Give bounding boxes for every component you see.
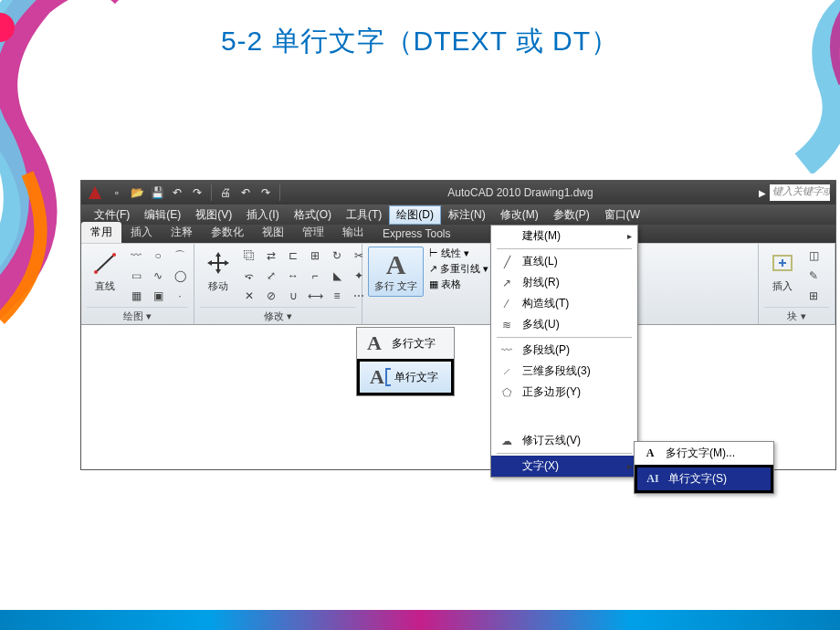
menu-3dpoly[interactable]: ⟋三维多段线(3)	[491, 361, 637, 382]
ribbon-tab-parametric[interactable]: 参数化	[202, 222, 253, 243]
svg-line-1	[96, 255, 114, 272]
mleader-icon: ↗	[429, 263, 437, 275]
flyout-mtext[interactable]: A 多行文字	[357, 328, 454, 359]
table-button[interactable]: ▦表格	[429, 278, 488, 291]
array-icon[interactable]: ⊞	[305, 247, 325, 265]
menu-mline[interactable]: ≋多线(U)	[491, 314, 637, 335]
ellipse-icon[interactable]: ◯	[170, 267, 190, 285]
offset-icon[interactable]: ⊏	[283, 247, 303, 265]
menu-dimension[interactable]: 标注(N)	[441, 205, 493, 225]
ribbon: 直线 〰 ○ ⌒ ▭ ∿ ◯ ▦ ▣ · 绘图 ▾	[81, 243, 835, 325]
ribbon-tab-view[interactable]: 视图	[253, 222, 293, 243]
menu-modeling[interactable]: 建模(M)	[491, 226, 637, 247]
text-flyout: A 多行文字 A 单行文字	[356, 327, 455, 396]
erase-icon[interactable]: ✕	[239, 287, 259, 305]
pline-icon[interactable]: 〰	[126, 247, 146, 265]
polygon-icon: ⬠	[499, 385, 515, 400]
ribbon-tab-manage[interactable]: 管理	[293, 222, 333, 243]
fillet-icon[interactable]: ⌐	[305, 267, 325, 285]
move-icon	[204, 248, 233, 278]
redo2-icon[interactable]: ↷	[257, 184, 274, 201]
block-attr-icon[interactable]: ⊞	[803, 287, 824, 305]
arc-icon[interactable]: ⌒	[170, 247, 190, 265]
line-icon	[90, 248, 120, 278]
line-icon: ╱	[499, 255, 515, 269]
open-icon[interactable]: 📂	[129, 184, 145, 201]
menu-line[interactable]: ╱直线(L)	[491, 251, 637, 272]
spline-icon[interactable]: ∿	[148, 267, 168, 285]
mline-icon: ≋	[499, 318, 515, 332]
lengthen-icon[interactable]: ⟷	[305, 287, 325, 305]
submenu-dtext[interactable]: AI 单行文字(S)	[635, 465, 773, 493]
mtext-icon: A	[642, 446, 658, 461]
dtext-icon: A	[365, 365, 389, 389]
rect-icon[interactable]: ▭	[126, 267, 146, 285]
menu-draw[interactable]: 绘图(D)	[389, 205, 441, 225]
panel-draw: 直线 〰 ○ ⌒ ▭ ∿ ◯ ▦ ▣ · 绘图 ▾	[81, 244, 194, 324]
ribbon-tab-output[interactable]: 输出	[333, 222, 373, 243]
flyout-dtext[interactable]: A 单行文字	[357, 359, 454, 395]
rotate-icon[interactable]: ↻	[327, 247, 347, 265]
mleader-button[interactable]: ↗多重引线 ▾	[429, 262, 488, 276]
insert-block-button[interactable]: 插入	[764, 247, 801, 295]
pline-icon: 〰	[499, 343, 515, 358]
save-icon[interactable]: 💾	[149, 184, 165, 201]
stretch-icon[interactable]: ↔	[283, 267, 303, 285]
ribbon-tab-annotate[interactable]: 注释	[162, 222, 202, 243]
menu-ray[interactable]: ↗射线(R)	[491, 272, 637, 293]
qnew-icon[interactable]: ▫	[109, 184, 125, 201]
undo2-icon[interactable]: ↶	[237, 184, 254, 201]
mtext-label: 多行 文字	[374, 280, 417, 292]
redo-icon[interactable]: ↷	[189, 184, 205, 201]
insert-block-icon	[768, 248, 797, 278]
text-submenu: A多行文字(M)... AI 单行文字(S)	[634, 441, 774, 494]
circle-icon[interactable]: ○	[148, 247, 168, 265]
line-label: 直线	[95, 279, 115, 293]
align-icon[interactable]: ≡	[327, 287, 347, 305]
menu-modify[interactable]: 修改(M)	[493, 205, 546, 225]
ray-icon: ↗	[499, 276, 515, 290]
mirror-icon[interactable]: ⇄	[261, 247, 281, 265]
panel-annotate: A 多行 文字 ⊢线性 ▾ ↗多重引线 ▾ ▦表格	[362, 244, 499, 324]
menu-text[interactable]: 文字(X)	[491, 456, 637, 477]
extend-icon[interactable]: ⤽	[239, 267, 259, 285]
menu-window[interactable]: 窗口(W	[597, 205, 647, 225]
app-logo[interactable]	[87, 184, 103, 201]
panel-modify-title: 修改	[264, 310, 284, 321]
slide-title: 5-2 单行文字（DTEXT 或 DT）	[0, 23, 840, 60]
submenu-mtext[interactable]: A多行文字(M)...	[635, 442, 773, 465]
block-edit-icon[interactable]: ✎	[803, 267, 824, 285]
print-icon[interactable]: 🖨	[217, 184, 234, 201]
scale-icon[interactable]: ⤢	[261, 267, 281, 285]
chamfer-icon[interactable]: ◣	[327, 267, 347, 285]
draw-menu-dropdown: 建模(M) ╱直线(L) ↗射线(R) ∕构造线(T) ≋多线(U) 〰多段线(…	[490, 225, 638, 478]
xline-icon: ∕	[499, 297, 515, 311]
menu-xline[interactable]: ∕构造线(T)	[491, 293, 637, 314]
join-icon[interactable]: ∪	[283, 287, 303, 305]
titlebar: ▫ 📂 💾 ↶ ↷ 🖨 ↶ ↷ AutoCAD 2010 Drawing1.dw…	[81, 181, 835, 205]
copy-icon[interactable]: ⿻	[239, 247, 259, 265]
hatch-icon[interactable]: ▦	[126, 287, 146, 305]
panel-block: 插入 ◫ ✎ ⊞ 块 ▾	[759, 244, 835, 324]
line-button[interactable]: 直线	[87, 247, 123, 295]
ribbon-tab-home[interactable]: 常用	[81, 222, 121, 243]
window-title: AutoCAD 2010 Drawing1.dwg	[288, 186, 753, 199]
move-button[interactable]: 移动	[200, 247, 236, 295]
table-icon: ▦	[429, 278, 438, 290]
menu-parametric[interactable]: 参数(P)	[546, 205, 597, 225]
ribbon-tab-insert[interactable]: 插入	[121, 222, 162, 243]
break-icon[interactable]: ⊘	[261, 287, 281, 305]
block-create-icon[interactable]: ◫	[803, 247, 824, 265]
mtext-split-button[interactable]: A 多行 文字	[368, 247, 424, 297]
insert-block-label: 插入	[772, 279, 793, 293]
help-search-input[interactable]: 键入关键字或	[770, 184, 830, 201]
menu-revcloud[interactable]: ☁修订云线(V)	[491, 430, 637, 451]
flyout-mtext-label: 多行文字	[392, 336, 436, 352]
point-icon[interactable]: ·	[170, 287, 190, 305]
menu-pline[interactable]: 〰多段线(P)	[491, 340, 637, 361]
menu-polygon[interactable]: ⬠正多边形(Y)	[491, 382, 637, 403]
ribbon-tab-express[interactable]: Express Tools	[373, 225, 459, 243]
dimlinear-button[interactable]: ⊢线性 ▾	[429, 247, 488, 260]
region-icon[interactable]: ▣	[148, 287, 168, 305]
undo-icon[interactable]: ↶	[169, 184, 185, 201]
